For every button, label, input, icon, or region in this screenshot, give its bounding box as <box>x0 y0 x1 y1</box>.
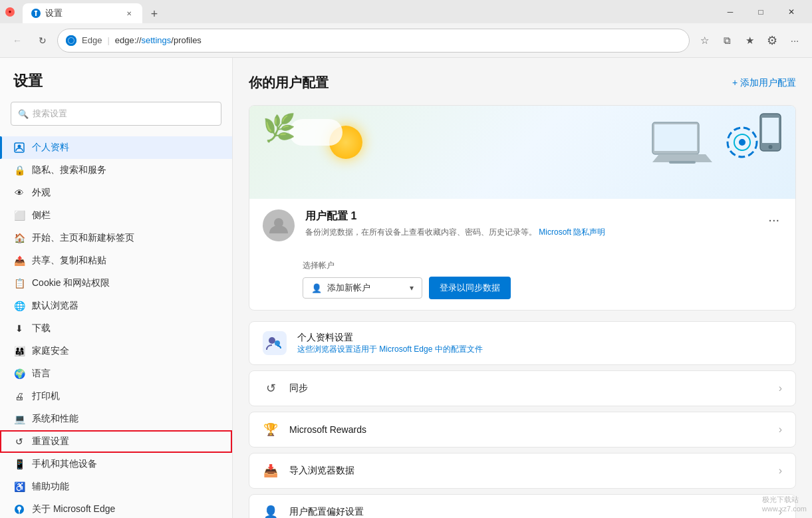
nav-label-printer: 打印机 <box>32 390 60 402</box>
nav-item-appearance[interactable]: 👁 外观 <box>0 182 232 204</box>
profile-button[interactable]: ⚙ <box>761 30 783 51</box>
content-header: 你的用户配置 + 添加用户配置 <box>249 74 796 92</box>
banner-image: 🌿 <box>249 106 795 199</box>
device-deco <box>649 116 716 171</box>
profile-desc: 备份浏览数据，在所有设备上查看收藏内容、密码、历史记录等。 Microsoft … <box>305 226 755 238</box>
nav-item-reset[interactable]: ↺ 重置设置 <box>0 430 232 453</box>
address-bar[interactable]: Edge | edge://settings/profiles <box>57 29 690 53</box>
search-settings-box[interactable]: 🔍 搜索设置 <box>11 102 221 126</box>
maximize-button[interactable]: □ <box>745 0 776 23</box>
account-select-row: 选择帐户 👤 添加新帐户 ▾ 登录以同步数据 <box>249 252 795 310</box>
svg-point-14 <box>769 145 773 149</box>
nav-icon-language: 🌍 <box>13 368 25 380</box>
import-row[interactable]: 📥 导入浏览器数据 › <box>249 453 796 489</box>
svg-point-17 <box>275 340 280 346</box>
nav-item-about[interactable]: 关于 Microsoft Edge <box>0 498 232 518</box>
nav-icon-share: 📤 <box>13 255 25 267</box>
content-area: 你的用户配置 + 添加用户配置 🌿 <box>233 58 812 518</box>
rewards-row[interactable]: 🏆 Microsoft Rewards › <box>249 412 796 448</box>
more-button[interactable]: ··· <box>784 30 805 51</box>
settings-tab[interactable]: 设置 ✕ <box>23 3 142 23</box>
account-label: 选择帐户 <box>303 260 782 271</box>
tab-close-button[interactable]: ✕ <box>124 8 134 19</box>
privacy-link[interactable]: Microsoft 隐私声明 <box>539 227 605 237</box>
back-button[interactable]: ← <box>7 30 28 51</box>
nav-label-sidebar: 侧栏 <box>32 209 51 221</box>
nav-item-mobile[interactable]: 📱 手机和其他设备 <box>0 453 232 475</box>
nav-icon-accessibility: ♿ <box>13 481 25 493</box>
nav-label-accessibility: 辅助功能 <box>32 481 69 493</box>
sync-row[interactable]: ↺ 同步 › <box>249 370 796 406</box>
profile-settings-item[interactable]: 个人资料设置 这些浏览器设置适用于 Microsoft Edge 中的配置文件 <box>249 322 795 364</box>
favorites-icon-button[interactable]: ☆ <box>694 30 715 51</box>
nav-icon-cookies: 📋 <box>13 277 25 289</box>
nav-item-printer[interactable]: 🖨 打印机 <box>0 385 232 408</box>
user-avatar <box>263 209 295 241</box>
nav-item-language[interactable]: 🌍 语言 <box>0 362 232 385</box>
nav-item-startup[interactable]: 🏠 开始、主页和新建标签页 <box>0 227 232 249</box>
new-tab-icon: + <box>151 7 158 21</box>
phone-deco <box>759 112 782 154</box>
add-account-icon: 👤 <box>311 283 322 293</box>
nav-label-language: 语言 <box>32 368 51 380</box>
sidebar: 设置 🔍 搜索设置 个人资料 🔒 隐私、搜索和服务 👁 外观 ⬜ 侧栏 🏠 开始… <box>0 58 233 518</box>
sync-title: 同步 <box>289 382 768 394</box>
profile-settings-text: 个人资料设置 这些浏览器设置适用于 Microsoft Edge 中的配置文件 <box>297 332 782 355</box>
back-icon: ← <box>13 35 22 46</box>
traffic-light[interactable]: ● <box>5 7 15 17</box>
nav-label-appearance: 外观 <box>32 187 51 199</box>
watermark: 极光下载站 www.xz7.com <box>762 495 807 513</box>
content-title: 你的用户配置 <box>249 74 329 92</box>
nav-item-system[interactable]: 💻 系统和性能 <box>0 408 232 430</box>
svg-rect-7 <box>654 124 697 151</box>
address-bar-row: ← ↻ Edge | edge://settings/profiles ☆ ⧉ … <box>0 23 812 58</box>
profile-settings-title: 个人资料设置 <box>297 332 782 344</box>
sync-deco <box>722 122 762 164</box>
nav-label-mobile: 手机和其他设备 <box>32 458 97 470</box>
sync-data-button[interactable]: 登录以同步数据 <box>429 277 511 299</box>
nav-item-browser[interactable]: 🌐 默认浏览器 <box>0 295 232 317</box>
search-placeholder: 搜索设置 <box>33 108 67 120</box>
nav-label-privacy: 隐私、搜索和服务 <box>32 164 106 176</box>
nav-label-about: 关于 Microsoft Edge <box>32 503 115 515</box>
address-url: edge://settings/profiles <box>115 35 202 45</box>
nav-icon-system: 💻 <box>13 413 25 425</box>
svg-point-5 <box>19 513 20 514</box>
nav-item-accessibility[interactable]: ♿ 辅助功能 <box>0 475 232 498</box>
svg-point-16 <box>269 337 275 344</box>
minimize-button[interactable]: ─ <box>715 0 745 23</box>
sidebar-title: 设置 <box>0 71 232 102</box>
nav-icon-profile <box>13 142 25 154</box>
profile-more-button[interactable]: ··· <box>765 209 782 230</box>
add-profile-button[interactable]: + 添加用户配置 <box>732 77 796 89</box>
import-chevron-icon: › <box>779 465 782 477</box>
nav-item-download[interactable]: ⬇ 下载 <box>0 317 232 340</box>
leaves-deco: 🌿 <box>263 112 296 144</box>
nav-item-cookies[interactable]: 📋 Cookie 和网站权限 <box>0 272 232 295</box>
nav-item-profile[interactable]: 个人资料 <box>0 136 232 159</box>
close-button[interactable]: ✕ <box>776 0 807 23</box>
maximize-icon: □ <box>758 7 763 17</box>
nav-item-sidebar[interactable]: ⬜ 侧栏 <box>0 204 232 227</box>
import-title: 导入浏览器数据 <box>289 465 768 477</box>
nav-item-share[interactable]: 📤 共享、复制和粘贴 <box>0 249 232 272</box>
sync-chevron-icon: › <box>779 382 782 394</box>
svg-rect-8 <box>669 161 696 164</box>
collections-button[interactable]: ★ <box>739 30 760 51</box>
account-dropdown[interactable]: 👤 添加新帐户 ▾ <box>303 277 422 299</box>
nav-label-system: 系统和性能 <box>32 413 78 425</box>
titlebar: ● 设置 ✕ + ─ □ ✕ <box>0 0 812 23</box>
svg-rect-13 <box>762 118 779 143</box>
split-screen-button[interactable]: ⧉ <box>716 30 738 51</box>
new-tab-button[interactable]: + <box>145 5 164 23</box>
preferences-title: 用户配置偏好设置 <box>289 506 768 518</box>
nav-item-privacy[interactable]: 🔒 隐私、搜索和服务 <box>0 159 232 182</box>
address-url-bold: settings <box>142 35 172 45</box>
preferences-row[interactable]: 👤 用户配置偏好设置 › <box>249 494 796 518</box>
profile-banner-card: 🌿 <box>249 105 796 311</box>
rewards-title: Microsoft Rewards <box>289 424 768 435</box>
nav-label-family: 家庭安全 <box>32 345 69 357</box>
refresh-button[interactable]: ↻ <box>32 30 53 51</box>
nav-item-family[interactable]: 👨‍👩‍👧 家庭安全 <box>0 340 232 362</box>
nav-label-cookies: Cookie 和网站权限 <box>32 277 110 289</box>
